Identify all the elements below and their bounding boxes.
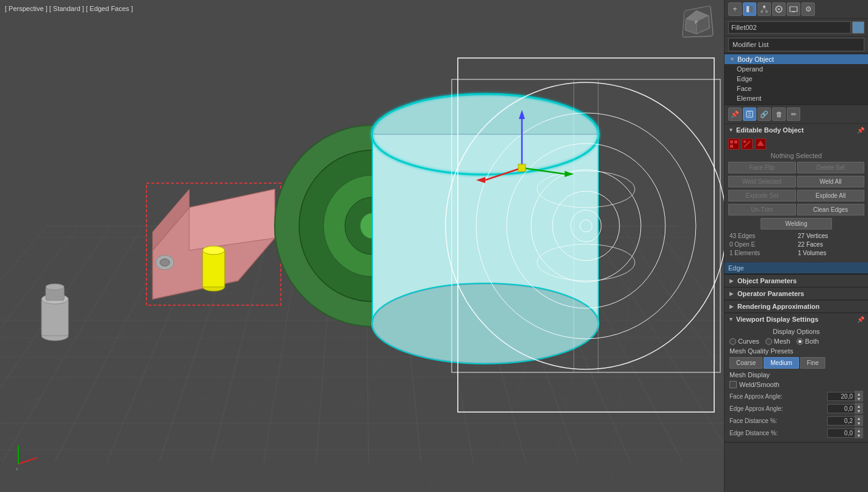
edge-distance-up[interactable]: ▲ [855,428,863,433]
tree-item-element[interactable]: Element [725,93,868,103]
weld-smooth-checkbox[interactable] [729,381,737,388]
delete-modifier-btn[interactable]: 🗑 [772,107,786,121]
viewcube-box[interactable]: P [682,5,714,38]
radio-both-label: Both [805,338,819,345]
face-approx-angle-down[interactable]: ▼ [855,396,863,401]
tree-label-element: Element [737,95,761,102]
create-btn[interactable]: + [728,2,742,16]
svg-line-78 [764,8,767,10]
un-trim-btn[interactable]: Un-Trim [728,204,796,215]
quality-medium-btn[interactable]: Medium [764,357,799,369]
svg-text:P: P [695,20,698,24]
btn-grid-1: Face Flip Delete Sel [728,162,864,173]
link-btn[interactable]: 🔗 [758,107,771,121]
face-flip-btn[interactable]: Face Flip [728,162,796,173]
tree-item-face[interactable]: Face [725,84,868,93]
edge-select-icon[interactable] [742,139,753,150]
face-select-icon[interactable] [755,139,766,150]
explode-sel-btn[interactable]: Explode Sel [728,190,796,201]
tree-item-edge[interactable]: Edge [725,74,868,84]
editable-body-header[interactable]: ▼ Editable Body Object 📌 [725,124,868,136]
welding-btn[interactable]: Welding [761,218,833,230]
motion-btn[interactable] [772,2,786,16]
stat-edges: 43 Edges [728,232,796,240]
editable-body-title: Editable Body Object [736,126,804,134]
obj-params-title: Object Parameters [737,277,797,284]
radio-curves-circle [729,338,736,345]
selection-icons-row [728,139,864,150]
sub-toolbar: 📌 🔗 🗑 ✏ [725,105,868,124]
quality-fine-btn[interactable]: Fine [800,357,825,369]
stat-edges-label: 43 Edges [729,233,755,239]
tree-item-operand[interactable]: Operand [725,64,868,74]
tree-label-operand: Operand [737,65,763,73]
radio-curves[interactable]: Curves [729,338,759,345]
edge-distance-label: Edge Distance %: [729,430,778,436]
op-params-arrow: ▶ [729,291,734,297]
viewcube[interactable]: P [681,6,718,43]
rendering-approx-section[interactable]: ▶ Rendering Approximation [725,300,868,313]
face-approx-angle-input[interactable] [827,392,855,401]
face-distance-input[interactable] [827,416,855,425]
hierarchy-btn[interactable] [758,2,771,16]
pin-icon[interactable]: 📌 [857,127,864,134]
face-distance-down[interactable]: ▼ [855,421,863,425]
weld-all-btn[interactable]: Weld All [797,176,865,187]
pin-btn[interactable]: 📌 [728,107,742,121]
utilities-btn[interactable]: ⚙ [801,2,815,16]
modifier-tree: ▼ Body Object Operand Edge Face Element [725,53,868,105]
svg-rect-81 [790,7,797,12]
render-approx-title: Rendering Approximation [737,303,820,310]
weld-selected-btn[interactable]: Weld Selected [728,176,796,187]
modifier-icon-btn[interactable] [743,107,756,121]
weld-smooth-row: Weld/Smooth [729,381,863,388]
delete-sel-btn[interactable]: Delete Sel [797,162,865,173]
clean-edges-btn[interactable]: Clean Edges [797,204,865,215]
face-distance-arrows: ▲ ▼ [855,415,863,426]
edit-btn[interactable]: ✏ [787,107,800,121]
tree-item-body-object[interactable]: ▼ Body Object [725,54,868,64]
svg-point-75 [761,10,763,13]
stat-volumes: 1 Volumes [797,249,864,257]
mesh-display-section: Mesh Display Weld/Smooth Face Approx Ang… [729,371,863,438]
op-params-title: Operator Parameters [737,290,804,297]
edge-distance-input[interactable] [827,429,855,438]
modifier-list-dropdown[interactable]: Modifier List [728,38,864,51]
radio-mesh[interactable]: Mesh [765,338,790,345]
radio-both[interactable]: Both [797,338,819,345]
object-parameters-section[interactable]: ▶ Object Parameters [725,275,868,288]
edge-approx-angle-up[interactable]: ▲ [855,403,863,408]
modifier-list-row: Modifier List [725,37,868,53]
edge-approx-angle-down[interactable]: ▼ [855,408,863,413]
collapse-arrow-body: ▼ [728,127,734,133]
svg-point-74 [763,5,765,8]
quality-btn-row: Coarse Medium Fine [729,357,863,369]
modify-btn[interactable] [743,2,756,16]
viewport-pin[interactable]: 📌 [857,316,864,323]
svg-rect-72 [747,6,749,12]
viewport-display-title: Viewport Display Settings [736,316,819,323]
mesh-display-title: Mesh Display [729,371,863,378]
stat-vertices-value: 27 Vertices [798,233,828,239]
display-settings-content: Display Options Curves Mesh Both [725,325,868,442]
operator-parameters-section[interactable]: ▶ Operator Parameters [725,288,868,300]
explode-all-btn[interactable]: Explode All [797,190,865,201]
face-approx-angle-up[interactable]: ▲ [855,391,863,396]
svg-rect-89 [730,145,733,148]
editable-body-content: Nothing Selected Face Flip Delete Sel We… [725,136,868,262]
scene-canvas: + [0,0,724,492]
object-color-btn[interactable] [852,21,864,34]
vertex-select-icon[interactable] [728,139,739,150]
viewport-display-header[interactable]: ▼ Viewport Display Settings 📌 [725,313,868,325]
object-name-input[interactable] [728,21,851,34]
edge-distance-down[interactable]: ▼ [855,433,863,438]
viewport[interactable]: + [ Perspective ] [ Standard ] [ Edged F… [0,0,724,492]
face-distance-up[interactable]: ▲ [855,416,863,421]
svg-line-64 [18,458,37,464]
edge-approx-angle-input[interactable] [827,404,855,413]
quality-coarse-btn[interactable]: Coarse [729,357,762,369]
stat-open-e-label: 0 Open E [729,241,755,248]
face-approx-angle-spinner: ▲ ▼ [827,391,863,402]
svg-point-76 [765,10,768,13]
display-btn[interactable] [787,2,800,16]
